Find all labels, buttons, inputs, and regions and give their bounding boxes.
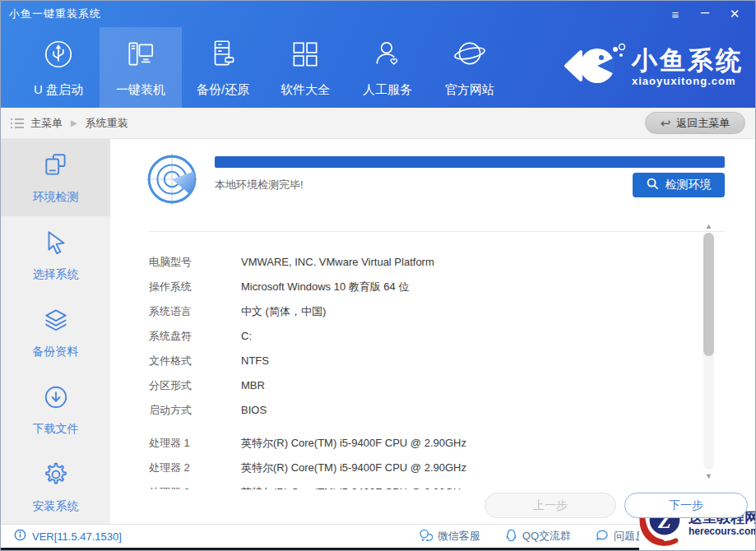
nav-label: 一键装机 (116, 82, 165, 98)
sidebar-item-env-check[interactable]: 环境检测 (1, 139, 110, 216)
main-panel: 本地环境检测完毕! 检测环境 电脑型号 VMWARE, INC. VMware … (110, 139, 756, 526)
breadcrumb-bar: 主菜单 ▶ 系统重装 ↩ 返回主菜单 (1, 108, 755, 139)
download-icon (42, 383, 70, 414)
detect-button-label: 检测环境 (666, 178, 712, 192)
close-icon[interactable]: ✕ (722, 4, 747, 24)
info-label: 处理器 3 (149, 480, 241, 489)
footer-link-label: 微信客服 (438, 529, 480, 544)
detect-environment-button[interactable]: 检测环境 (633, 173, 725, 197)
nav-label: 备份/还原 (197, 82, 249, 98)
nav-item-software[interactable]: 软件大全 (264, 27, 346, 108)
radar-scan-icon (145, 152, 199, 210)
breadcrumb-arrow-icon: ▶ (71, 118, 77, 127)
sidebar-label: 备份资料 (33, 345, 79, 359)
nav-item-website[interactable]: 官方网站 (429, 27, 511, 108)
footer-link-label: QQ交流群 (522, 529, 571, 544)
sidebar-label: 选择系统 (33, 267, 79, 282)
sidebar-item-download-files[interactable]: 下载文件 (1, 371, 110, 448)
version-text: VER[11.5.47.1530] (32, 530, 122, 543)
info-value: BIOS (241, 398, 267, 423)
apps-grid-icon (288, 37, 322, 75)
nav-label: U 盘启动 (34, 82, 83, 98)
search-icon (647, 178, 659, 192)
info-value: Microsoft Windows 10 教育版 64 位 (241, 275, 409, 299)
scroll-down-icon[interactable]: ▼ (705, 471, 712, 481)
header: 小鱼一键重装系统 ≡ – ✕ U 盘启动 一键装机 (1, 1, 755, 108)
detect-section: 本地环境检测完毕! 检测环境 (145, 152, 725, 210)
info-icon (14, 529, 26, 544)
env-check-icon (42, 151, 70, 183)
sidebar-label: 下载文件 (33, 422, 79, 437)
back-arrow-icon: ↩ (661, 117, 671, 129)
brand-domain: xiaoyuxitong.com (632, 76, 744, 87)
breadcrumb-root[interactable]: 主菜单 (30, 116, 63, 131)
globe-icon (452, 37, 487, 75)
sidebar: 环境检测 选择系统 备份资料 下载文件 安装系统 (1, 139, 110, 526)
sidebar-item-backup-data[interactable]: 备份资料 (1, 294, 110, 371)
menu-icon[interactable]: ≡ (663, 4, 688, 24)
info-label: 电脑型号 (149, 250, 241, 275)
nav-label: 人工服务 (363, 82, 412, 98)
info-label: 处理器 2 (149, 456, 241, 480)
scroll-up-icon[interactable]: ▲ (705, 221, 712, 231)
next-step-button[interactable]: 下一步 (624, 493, 748, 518)
table-row: 系统语言 中文 (简体，中国) (149, 299, 725, 324)
info-value: 英特尔(R) Core(TM) i5-9400F CPU @ 2.90GHz (241, 480, 466, 489)
scrollbar-thumb[interactable] (703, 233, 714, 356)
sidebar-label: 环境检测 (33, 190, 79, 205)
sidebar-item-select-system[interactable]: 选择系统 (1, 216, 110, 294)
system-info-table: 电脑型号 VMWARE, INC. VMware Virtual Platfor… (149, 231, 725, 489)
info-label: 分区形式 (149, 373, 241, 398)
top-nav: U 盘启动 一键装机 备份/还原 软件大全 (1, 27, 755, 108)
qq-icon (505, 529, 517, 544)
window-title: 小鱼一键重装系统 (9, 7, 101, 21)
nav-item-one-click-install[interactable]: 一键装机 (100, 27, 182, 108)
table-row: 分区形式 MBR (149, 373, 725, 398)
status-text: 本地环境检测完毕! (215, 178, 304, 192)
menu-list-icon (11, 118, 24, 129)
scrollbar-track[interactable] (703, 233, 714, 470)
nav-item-backup-restore[interactable]: 备份/还原 (182, 27, 264, 108)
back-to-main-menu-button[interactable]: ↩ 返回主菜单 (645, 112, 745, 134)
info-value: VMWARE, INC. VMware Virtual Platform (241, 250, 434, 275)
title-bar: 小鱼一键重装系统 ≡ – ✕ (1, 1, 755, 27)
info-label: 处理器 1 (149, 431, 241, 456)
brand-name: 小鱼系统 (632, 48, 744, 75)
back-button-label: 返回主菜单 (676, 116, 730, 131)
info-label: 启动方式 (149, 398, 241, 423)
sidebar-item-install-system[interactable]: 安装系统 (1, 448, 110, 526)
window-controls: ≡ – ✕ (663, 4, 747, 24)
sidebar-label: 安装系统 (33, 499, 79, 514)
qq-group-link[interactable]: QQ交流群 (505, 529, 571, 544)
info-value: 英特尔(R) Core(TM) i5-9400F CPU @ 2.90GHz (241, 456, 466, 480)
computer-icon (123, 37, 158, 75)
table-row: 电脑型号 VMWARE, INC. VMware Virtual Platfor… (149, 250, 725, 275)
previous-step-button[interactable]: 上一步 (485, 493, 616, 518)
info-label: 系统盘符 (149, 324, 241, 349)
progress-fill (215, 156, 725, 168)
progress-bar (215, 156, 725, 168)
usb-icon (41, 37, 76, 75)
table-row: 文件格式 NTFS (149, 349, 725, 373)
fish-logo-icon (561, 39, 625, 95)
step-buttons: 上一步 下一步 (485, 493, 748, 518)
nav-item-support[interactable]: 人工服务 (346, 27, 429, 108)
info-label: 文件格式 (149, 349, 241, 373)
minimize-icon[interactable]: – (693, 4, 717, 24)
table-row: 处理器 3 英特尔(R) Core(TM) i5-9400F CPU @ 2.9… (149, 480, 725, 489)
gear-icon (42, 461, 70, 492)
vertical-scrollbar[interactable]: ▲ ▼ (703, 221, 715, 481)
table-row: 系统盘符 C: (149, 324, 725, 349)
footer-links: 微信客服 QQ交流群 问题反馈 (419, 529, 656, 544)
info-value: MBR (241, 373, 265, 398)
cursor-icon (42, 229, 70, 260)
watermark-domain: herecours.com (689, 526, 756, 538)
table-row: 处理器 2 英特尔(R) Core(TM) i5-9400F CPU @ 2.9… (149, 456, 725, 480)
version-info: VER[11.5.47.1530] (14, 529, 122, 544)
table-row: 操作系统 Microsoft Windows 10 教育版 64 位 (149, 275, 725, 299)
wechat-support-link[interactable]: 微信客服 (419, 529, 480, 544)
nav-item-usb-boot[interactable]: U 盘启动 (17, 27, 100, 108)
server-backup-icon (206, 37, 240, 75)
feedback-bubble-icon (596, 529, 609, 544)
info-label: 系统语言 (149, 299, 241, 324)
